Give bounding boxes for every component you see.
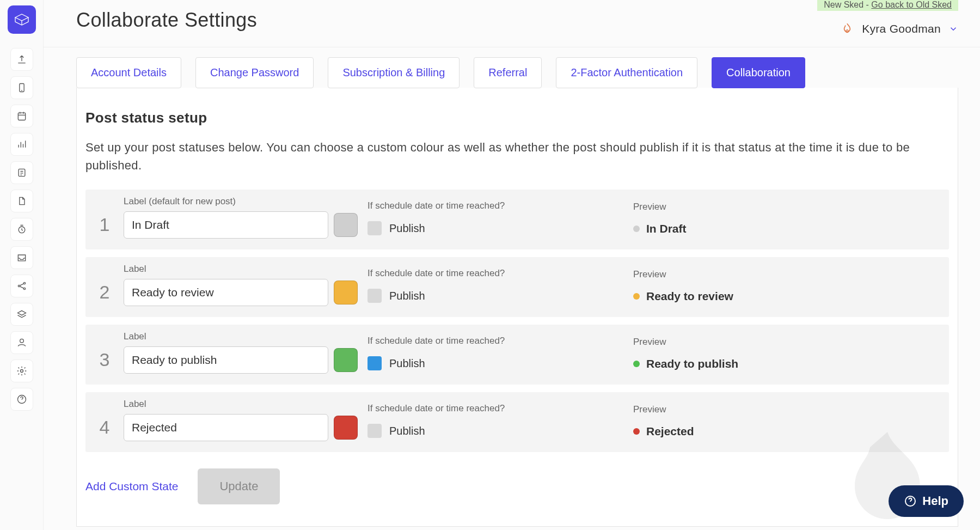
settings-icon[interactable] <box>10 360 33 382</box>
row-number: 4 <box>95 417 114 441</box>
svg-point-8 <box>18 285 20 287</box>
layers-icon[interactable] <box>10 303 33 326</box>
publish-checkbox[interactable] <box>367 424 382 438</box>
preview-dot <box>633 428 640 435</box>
field-label: Label <box>124 331 358 342</box>
inbox-icon[interactable] <box>10 246 33 269</box>
field-label: If schedule date or time reached? <box>367 200 623 211</box>
tab-subscription-billing[interactable]: Subscription & Billing <box>328 57 460 88</box>
user-name: Kyra Goodman <box>862 22 941 35</box>
publish-label: Publish <box>389 290 425 302</box>
page-title: Collaborate Settings <box>76 9 257 32</box>
status-row: 4LabelIf schedule date or time reached?P… <box>85 392 949 452</box>
row-number: 3 <box>95 349 114 374</box>
publish-label: Publish <box>389 425 425 437</box>
help-icon[interactable] <box>10 388 33 411</box>
color-swatch[interactable] <box>334 416 358 440</box>
field-label: Label (default for new post) <box>124 196 358 207</box>
app-logo[interactable] <box>8 5 36 34</box>
user-icon[interactable] <box>10 331 33 354</box>
phone-icon[interactable] <box>10 76 33 99</box>
status-label-input[interactable] <box>124 346 328 374</box>
section-title: Post status setup <box>85 109 949 126</box>
document-icon[interactable] <box>10 190 33 212</box>
status-label-input[interactable] <box>124 414 328 441</box>
reports-icon[interactable] <box>10 161 33 184</box>
status-label-input[interactable] <box>124 279 328 306</box>
status-row: 3LabelIf schedule date or time reached?P… <box>85 325 949 385</box>
section-description: Set up your post statuses below. You can… <box>85 138 949 174</box>
preview-dot <box>633 361 640 367</box>
preview-text: Ready to publish <box>646 357 738 370</box>
clock-icon[interactable] <box>10 218 33 241</box>
banner-link[interactable]: Go back to Old Sked <box>871 0 952 9</box>
flame-icon <box>840 22 854 36</box>
publish-checkbox[interactable] <box>367 221 382 235</box>
preview-text: Ready to review <box>646 290 733 303</box>
publish-checkbox[interactable] <box>367 289 382 303</box>
tab-collaboration[interactable]: Collaboration <box>712 57 805 88</box>
status-row: 1Label (default for new post)If schedule… <box>85 190 949 249</box>
tabs: Account DetailsChange PasswordSubscripti… <box>76 57 958 88</box>
help-label: Help <box>922 494 948 508</box>
preview-dot <box>633 293 640 300</box>
help-circle-icon <box>904 495 917 508</box>
status-label-input[interactable] <box>124 211 328 239</box>
user-menu[interactable]: Kyra Goodman <box>840 22 958 36</box>
add-custom-state-link[interactable]: Add Custom State <box>85 480 178 493</box>
field-label: If schedule date or time reached? <box>367 336 623 346</box>
tab-2-factor-authentication[interactable]: 2-Factor Authentication <box>556 57 697 88</box>
field-label: Label <box>124 399 358 410</box>
svg-point-10 <box>23 288 25 289</box>
preview-text: Rejected <box>646 425 694 438</box>
color-swatch[interactable] <box>334 213 358 237</box>
update-button[interactable]: Update <box>198 468 280 504</box>
publish-label: Publish <box>389 222 425 235</box>
share-icon[interactable] <box>10 275 33 297</box>
field-label: Preview <box>633 404 939 415</box>
help-button[interactable]: Help <box>889 485 964 517</box>
status-row: 2LabelIf schedule date or time reached?P… <box>85 257 949 317</box>
row-number: 1 <box>95 214 114 239</box>
field-label: If schedule date or time reached? <box>367 403 623 414</box>
banner-text: New Sked - <box>824 0 871 9</box>
tab-change-password[interactable]: Change Password <box>195 57 314 88</box>
analytics-icon[interactable] <box>10 133 33 156</box>
publish-label: Publish <box>389 357 425 370</box>
color-swatch[interactable] <box>334 281 358 304</box>
svg-point-11 <box>20 339 23 343</box>
sidebar <box>0 0 44 530</box>
preview-dot <box>633 226 640 232</box>
field-label: If schedule date or time reached? <box>367 268 623 279</box>
panel: Post status setup Set up your post statu… <box>76 88 958 527</box>
chevron-down-icon[interactable] <box>948 24 958 34</box>
field-label: Preview <box>633 337 939 348</box>
banner: New Sked - Go back to Old Sked <box>817 0 958 11</box>
tab-referral[interactable]: Referral <box>474 57 542 88</box>
color-swatch[interactable] <box>334 348 358 372</box>
svg-point-9 <box>23 282 25 284</box>
calendar-icon[interactable] <box>10 105 33 127</box>
row-number: 2 <box>95 282 114 306</box>
tab-account-details[interactable]: Account Details <box>76 57 181 88</box>
field-label: Preview <box>633 269 939 280</box>
publish-checkbox[interactable] <box>367 356 382 370</box>
svg-rect-2 <box>18 113 25 120</box>
upload-icon[interactable] <box>10 48 33 71</box>
field-label: Preview <box>633 202 939 212</box>
field-label: Label <box>124 264 358 275</box>
preview-text: In Draft <box>646 222 687 235</box>
svg-point-12 <box>20 370 23 373</box>
